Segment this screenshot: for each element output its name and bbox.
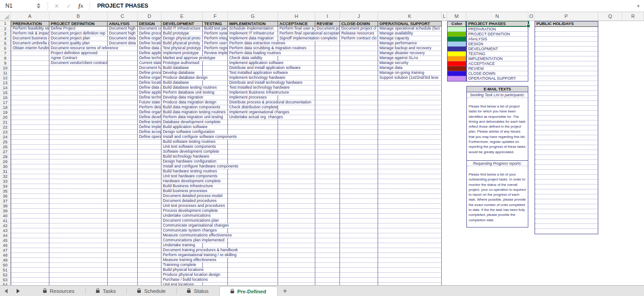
cell-I39[interactable]	[315, 209, 340, 214]
cell-G38[interactable]	[228, 204, 278, 209]
cell-D53[interactable]	[138, 278, 161, 283]
cell-F17[interactable]	[203, 100, 228, 105]
cell-B45[interactable]	[49, 238, 108, 243]
cell-D52[interactable]	[138, 273, 161, 278]
cell-H43[interactable]	[278, 228, 315, 233]
cell-P39[interactable]	[535, 209, 598, 214]
color-swatch-operational-support[interactable]	[448, 76, 466, 81]
formula-bar-expand-icon[interactable]: ▾	[637, 3, 644, 9]
cell-A39[interactable]	[11, 209, 49, 214]
cell-P35[interactable]	[535, 189, 598, 194]
cell-C35[interactable]	[108, 189, 138, 194]
cell-J20[interactable]	[340, 115, 378, 120]
cell-F16[interactable]	[203, 95, 228, 100]
header-cell-N1[interactable]: PROJECT PHASES	[467, 21, 528, 27]
cell-J21[interactable]	[340, 120, 378, 125]
cell-D44[interactable]	[138, 233, 161, 238]
cell-I33[interactable]	[315, 179, 340, 184]
cell-G8[interactable]: Check data validity	[228, 56, 278, 61]
tab-resources[interactable]: Resources	[32, 286, 85, 296]
row-header-25[interactable]: 25	[0, 140, 11, 145]
cell-H48[interactable]	[278, 253, 315, 258]
cell-D29[interactable]	[138, 159, 161, 164]
cell-C27[interactable]	[108, 150, 138, 154]
cell-D34[interactable]	[138, 184, 161, 189]
cell-K17[interactable]	[378, 100, 442, 105]
cell-I5[interactable]	[315, 41, 340, 46]
row-header-41[interactable]: 41	[0, 219, 11, 223]
color-swatch-project-definition[interactable]	[448, 32, 466, 37]
cell-J32[interactable]	[340, 174, 378, 179]
cell-I43[interactable]	[315, 228, 340, 233]
cell-K49[interactable]	[378, 258, 442, 263]
cell-E13[interactable]: Build database	[161, 81, 203, 86]
cell-C12[interactable]	[108, 76, 138, 81]
cell-P33[interactable]	[535, 180, 598, 184]
cell-G5[interactable]: Perform data extraction routines	[228, 41, 278, 46]
cell-I23[interactable]	[315, 130, 340, 135]
column-header-M[interactable]: M	[447, 12, 466, 21]
cell-F37[interactable]	[203, 199, 228, 204]
cell-C6[interactable]	[108, 46, 138, 51]
cell-D16[interactable]: Define techni	[138, 95, 161, 100]
cell-C29[interactable]	[108, 159, 138, 164]
cell-G25[interactable]	[228, 140, 278, 145]
cell-I11[interactable]	[315, 71, 340, 76]
prev-sheet-button[interactable]	[0, 286, 12, 296]
cell-F23[interactable]	[203, 130, 228, 135]
cell-H34[interactable]	[278, 184, 315, 189]
cell-P34[interactable]	[535, 184, 598, 189]
cell-B46[interactable]	[49, 243, 108, 248]
cell-F46[interactable]	[203, 243, 228, 248]
cell-G28[interactable]	[228, 154, 278, 159]
cell-P38[interactable]	[535, 204, 598, 209]
cell-C10[interactable]	[108, 66, 138, 71]
cell-J24[interactable]	[340, 135, 378, 140]
cell-H52[interactable]	[278, 273, 315, 278]
cell-K21[interactable]	[378, 120, 442, 125]
cell-I29[interactable]	[315, 159, 340, 164]
cell-J52[interactable]	[340, 273, 378, 278]
cell-H39[interactable]	[278, 209, 315, 214]
cell-K47[interactable]	[378, 248, 442, 253]
cell-J19[interactable]	[340, 110, 378, 115]
cell-F51[interactable]	[203, 268, 228, 273]
cell-P14[interactable]	[535, 86, 598, 91]
cell-F22[interactable]	[203, 125, 228, 130]
cell-J3[interactable]: Release resources	[340, 31, 378, 36]
cell-B2[interactable]: Define Project	[49, 26, 108, 31]
cell-J37[interactable]	[340, 199, 378, 204]
cell-A42[interactable]	[11, 223, 49, 228]
cell-K45[interactable]	[378, 238, 442, 243]
cell-J23[interactable]	[340, 130, 378, 135]
cell-P32[interactable]	[535, 175, 598, 180]
cell-H27[interactable]	[278, 150, 315, 154]
row-header-6[interactable]: 6	[0, 46, 11, 51]
color-swatch-design[interactable]	[448, 42, 466, 47]
cell-G43[interactable]	[228, 228, 278, 233]
row-header-17[interactable]: 17	[0, 100, 11, 105]
cell-D31[interactable]	[138, 169, 161, 174]
cell-P28[interactable]	[535, 155, 598, 160]
cell-G27[interactable]	[228, 150, 278, 154]
cell-P26[interactable]	[535, 145, 598, 150]
cell-K23[interactable]	[378, 130, 442, 135]
cell-H2[interactable]: Perform final user a	[278, 26, 315, 31]
cell-K35[interactable]	[378, 189, 442, 194]
cell-I22[interactable]	[315, 125, 340, 130]
cell-F32[interactable]	[203, 174, 228, 179]
cell-I48[interactable]	[315, 253, 340, 258]
cell-I41[interactable]	[315, 219, 340, 223]
cell-C42[interactable]	[108, 223, 138, 228]
cell-F47[interactable]	[203, 248, 228, 253]
cell-H54[interactable]	[278, 283, 315, 285]
cell-G22[interactable]	[228, 125, 278, 130]
cell-H37[interactable]	[278, 199, 315, 204]
column-header-O[interactable]: O	[528, 12, 535, 21]
cell-F7[interactable]: Review imple	[203, 51, 228, 56]
cell-B38[interactable]	[49, 204, 108, 209]
cell-H9[interactable]	[278, 61, 315, 66]
cell-K14[interactable]	[378, 86, 442, 90]
cell-A20[interactable]	[11, 115, 49, 120]
cell-D7[interactable]: Define applic	[138, 51, 161, 56]
